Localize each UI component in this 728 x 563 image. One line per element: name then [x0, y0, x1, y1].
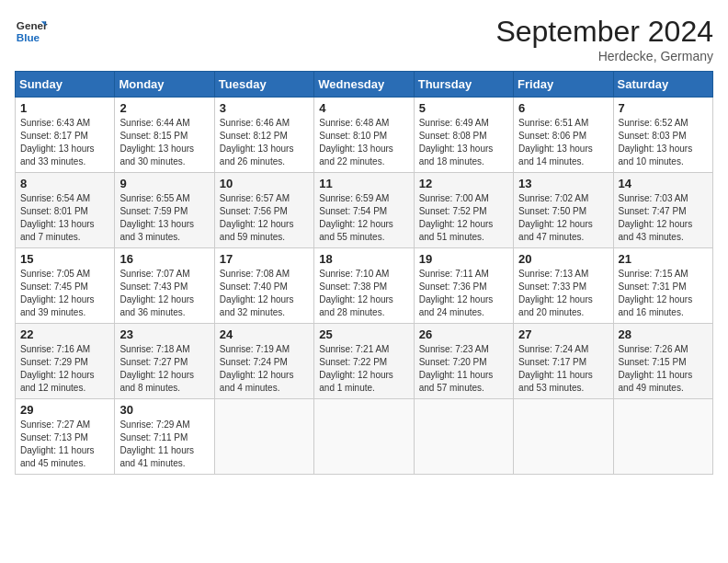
day-number: 29 [20, 403, 109, 417]
day-number: 14 [619, 177, 708, 190]
day-info: Sunrise: 7:10 AM Sunset: 7:38 PM Dayligh… [319, 268, 408, 319]
day-info: Sunrise: 6:44 AM Sunset: 8:15 PM Dayligh… [119, 117, 209, 168]
day-info: Sunrise: 7:18 AM Sunset: 7:27 PM Dayligh… [119, 343, 209, 395]
sunset-label: Sunset: 7:59 PM [119, 206, 188, 216]
sunrise-label: Sunrise: 7:15 AM [619, 269, 688, 279]
day-number: 13 [518, 177, 608, 190]
daylight-label: Daylight: 13 hours and 30 minutes. [119, 144, 194, 167]
location: Herdecke, Germany [495, 49, 713, 63]
sunset-label: Sunset: 7:27 PM [119, 357, 188, 367]
col-tuesday: Tuesday [214, 72, 313, 98]
sunset-label: Sunset: 7:13 PM [20, 432, 88, 442]
calendar-cell: 23 Sunrise: 7:18 AM Sunset: 7:27 PM Dayl… [115, 324, 214, 399]
col-saturday: Saturday [613, 72, 712, 98]
sunset-label: Sunset: 7:50 PM [518, 206, 586, 216]
sunrise-label: Sunrise: 7:24 AM [518, 344, 588, 354]
sunset-label: Sunset: 7:36 PM [419, 282, 487, 292]
calendar-week-row: 22 Sunrise: 7:16 AM Sunset: 7:29 PM Dayl… [16, 324, 713, 399]
sunrise-label: Sunrise: 7:19 AM [220, 344, 290, 354]
sunrise-label: Sunrise: 7:13 AM [518, 269, 588, 279]
day-number: 27 [518, 327, 608, 341]
daylight-label: Daylight: 12 hours and 24 minutes. [419, 294, 494, 317]
day-info: Sunrise: 6:43 AM Sunset: 8:17 PM Dayligh… [20, 117, 109, 168]
daylight-label: Daylight: 13 hours and 10 minutes. [619, 144, 693, 167]
sunset-label: Sunset: 8:12 PM [220, 131, 288, 141]
sunrise-label: Sunrise: 6:49 AM [419, 118, 489, 128]
sunrise-label: Sunrise: 7:02 AM [518, 193, 588, 203]
calendar-cell: 11 Sunrise: 6:59 AM Sunset: 7:54 PM Dayl… [314, 173, 414, 248]
sunrise-label: Sunrise: 7:08 AM [220, 269, 290, 279]
sunrise-label: Sunrise: 7:05 AM [20, 269, 90, 279]
sunset-label: Sunset: 8:08 PM [419, 131, 487, 141]
calendar-cell: 3 Sunrise: 6:46 AM Sunset: 8:12 PM Dayli… [214, 98, 313, 173]
calendar-cell: 29 Sunrise: 7:27 AM Sunset: 7:13 PM Dayl… [16, 399, 115, 475]
daylight-label: Daylight: 13 hours and 18 minutes. [419, 144, 494, 167]
day-info: Sunrise: 7:03 AM Sunset: 7:47 PM Dayligh… [619, 192, 708, 244]
daylight-label: Daylight: 12 hours and 8 minutes. [119, 370, 194, 393]
sunrise-label: Sunrise: 7:07 AM [119, 269, 189, 279]
day-info: Sunrise: 7:05 AM Sunset: 7:45 PM Dayligh… [20, 268, 109, 319]
day-number: 5 [419, 101, 508, 115]
day-number: 30 [119, 403, 209, 417]
month-title: September 2024 [495, 15, 713, 49]
calendar-cell: 15 Sunrise: 7:05 AM Sunset: 7:45 PM Dayl… [16, 248, 115, 324]
day-info: Sunrise: 7:23 AM Sunset: 7:20 PM Dayligh… [419, 343, 508, 395]
sunset-label: Sunset: 7:47 PM [619, 206, 687, 216]
calendar-cell: 18 Sunrise: 7:10 AM Sunset: 7:38 PM Dayl… [314, 248, 414, 324]
calendar-cell: 30 Sunrise: 7:29 AM Sunset: 7:11 PM Dayl… [115, 399, 214, 475]
col-wednesday: Wednesday [314, 72, 414, 98]
day-number: 6 [518, 101, 608, 115]
calendar-cell: 14 Sunrise: 7:03 AM Sunset: 7:47 PM Dayl… [613, 173, 712, 248]
col-monday: Monday [115, 72, 214, 98]
logo: General Blue [15, 15, 48, 48]
sunset-label: Sunset: 8:17 PM [20, 131, 88, 141]
calendar-cell: 17 Sunrise: 7:08 AM Sunset: 7:40 PM Dayl… [214, 248, 313, 324]
day-info: Sunrise: 6:46 AM Sunset: 8:12 PM Dayligh… [220, 117, 309, 168]
sunrise-label: Sunrise: 6:48 AM [319, 118, 389, 128]
daylight-label: Daylight: 11 hours and 45 minutes. [20, 445, 95, 468]
calendar-cell: 16 Sunrise: 7:07 AM Sunset: 7:43 PM Dayl… [115, 248, 214, 324]
day-number: 20 [518, 252, 608, 266]
daylight-label: Daylight: 13 hours and 33 minutes. [20, 144, 95, 167]
calendar-cell: 2 Sunrise: 6:44 AM Sunset: 8:15 PM Dayli… [115, 98, 214, 173]
day-info: Sunrise: 7:21 AM Sunset: 7:22 PM Dayligh… [319, 343, 408, 395]
day-number: 2 [119, 101, 209, 115]
daylight-label: Daylight: 12 hours and 51 minutes. [419, 219, 494, 242]
calendar-header-row: Sunday Monday Tuesday Wednesday Thursday… [16, 72, 713, 98]
day-info: Sunrise: 7:26 AM Sunset: 7:15 PM Dayligh… [619, 343, 708, 395]
day-number: 16 [119, 252, 209, 266]
day-info: Sunrise: 6:52 AM Sunset: 8:03 PM Dayligh… [619, 117, 708, 168]
calendar-cell: 10 Sunrise: 6:57 AM Sunset: 7:56 PM Dayl… [214, 173, 313, 248]
calendar-cell: 26 Sunrise: 7:23 AM Sunset: 7:20 PM Dayl… [414, 324, 513, 399]
day-number: 3 [220, 101, 309, 115]
col-thursday: Thursday [414, 72, 513, 98]
day-number: 7 [619, 101, 708, 115]
day-info: Sunrise: 7:27 AM Sunset: 7:13 PM Dayligh… [20, 419, 109, 470]
day-info: Sunrise: 7:00 AM Sunset: 7:52 PM Dayligh… [419, 192, 508, 244]
sunset-label: Sunset: 7:17 PM [518, 357, 586, 367]
calendar-cell: 19 Sunrise: 7:11 AM Sunset: 7:36 PM Dayl… [414, 248, 513, 324]
sunrise-label: Sunrise: 7:18 AM [119, 344, 189, 354]
day-number: 24 [220, 327, 309, 341]
day-number: 18 [319, 252, 408, 266]
day-info: Sunrise: 7:13 AM Sunset: 7:33 PM Dayligh… [518, 268, 608, 319]
sunrise-label: Sunrise: 7:03 AM [619, 193, 688, 203]
calendar-cell: 8 Sunrise: 6:54 AM Sunset: 8:01 PM Dayli… [16, 173, 115, 248]
daylight-label: Daylight: 11 hours and 53 minutes. [518, 370, 593, 393]
calendar-table: Sunday Monday Tuesday Wednesday Thursday… [15, 71, 713, 475]
daylight-label: Daylight: 12 hours and 47 minutes. [518, 219, 593, 242]
sunrise-label: Sunrise: 6:51 AM [518, 118, 588, 128]
sunrise-label: Sunrise: 6:52 AM [619, 118, 688, 128]
daylight-label: Daylight: 11 hours and 49 minutes. [619, 370, 693, 393]
day-info: Sunrise: 7:15 AM Sunset: 7:31 PM Dayligh… [619, 268, 708, 319]
sunset-label: Sunset: 7:29 PM [20, 357, 88, 367]
sunrise-label: Sunrise: 7:23 AM [419, 344, 489, 354]
daylight-label: Daylight: 12 hours and 16 minutes. [619, 294, 693, 317]
day-number: 26 [419, 327, 508, 341]
day-info: Sunrise: 6:49 AM Sunset: 8:08 PM Dayligh… [419, 117, 508, 168]
sunrise-label: Sunrise: 7:00 AM [419, 193, 489, 203]
sunrise-label: Sunrise: 6:55 AM [119, 193, 189, 203]
calendar-cell: 24 Sunrise: 7:19 AM Sunset: 7:24 PM Dayl… [214, 324, 313, 399]
day-number: 19 [419, 252, 508, 266]
calendar-week-row: 8 Sunrise: 6:54 AM Sunset: 8:01 PM Dayli… [16, 173, 713, 248]
